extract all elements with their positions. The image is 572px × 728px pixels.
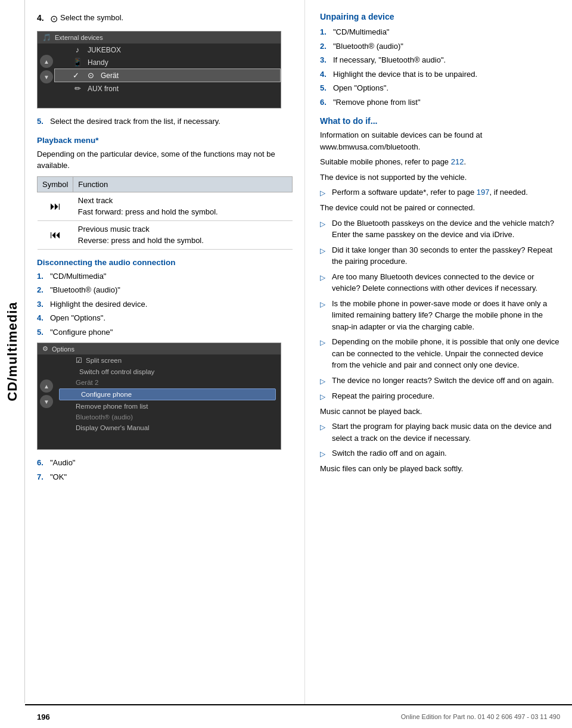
d-step-2-text: "Bluetooth® (audio)"	[50, 284, 120, 296]
bullet-passkeys-text: Do the Bluetooth passkeys on the device …	[332, 217, 560, 241]
step-6-text: "Audio"	[50, 457, 75, 469]
u-step-6-text: "Remove phone from list"	[333, 97, 421, 108]
d-step-5-text: "Configure phone"	[50, 326, 113, 338]
bullet-one-device-text: Depending on the mobile phone, it is pos…	[332, 336, 560, 371]
bullet-switch-radio: ▷ Switch the radio off and on again.	[320, 447, 560, 459]
jukebox-row: ♪ JUKEBOX	[54, 43, 281, 56]
bullet-30-seconds: ▷ Did it take longer than 30 seconds to …	[320, 244, 560, 267]
disconnect-step-5: 5. "Configure phone"	[37, 326, 293, 338]
options-title-icon: ⚙	[42, 345, 48, 353]
unpairing-header: Unpairing a device	[320, 12, 560, 21]
info-para-1: Information on suitable devices can be f…	[320, 129, 560, 153]
playback-menu-header: Playback menu*	[37, 136, 293, 145]
gerat2-row: Gerät 2	[54, 377, 281, 388]
u-step-4-text: Highlight the device that is to be unpai…	[333, 69, 477, 80]
bullet-software-text: Perform a software update*, refer to pag…	[332, 186, 528, 198]
step-5-number: 5.	[37, 116, 50, 127]
bullet-passkeys: ▷ Do the Bluetooth passkeys on the devic…	[320, 217, 560, 241]
step-5-text: Select the desired track from the list, …	[50, 116, 220, 127]
bullet-reacts: ▷ The device no longer reacts? Switch th…	[320, 375, 560, 387]
options-nav-down[interactable]: ▼	[40, 395, 53, 408]
screenshot-title: External devices	[55, 34, 103, 41]
checkmark-icon: ✓	[73, 71, 79, 80]
handy-row: 📱 Handy	[54, 56, 281, 69]
right-column: Unpairing a device 1. "CD/Multimedia" 2.…	[305, 0, 572, 704]
split-check-icon: ☑	[76, 356, 82, 365]
bullet-arrow-icon-2: ▷	[320, 219, 329, 241]
step-4-line: 4. ⊙ Select the symbol.	[37, 12, 293, 26]
step-7-num: 7.	[37, 471, 50, 483]
unpair-step-2: 2. "Bluetooth® (audio)"	[320, 41, 560, 52]
u-step-1-text: "CD/Multimedia"	[333, 26, 389, 38]
symbol-icon: ⊙	[50, 12, 58, 26]
music-files-note: Music files can only be played back soft…	[320, 463, 560, 475]
info-para-2: Suitable mobile phones, refer to page 21…	[320, 156, 560, 168]
disconnect-step-1: 1. "CD/Multimedia"	[37, 270, 293, 282]
step-7: 7. "OK"	[37, 471, 293, 483]
u-step-3-num: 3.	[320, 54, 333, 66]
disconnect-step-2: 2. "Bluetooth® (audio)"	[37, 284, 293, 296]
bullet-arrow-icon-8: ▷	[320, 391, 329, 402]
unpair-step-1: 1. "CD/Multimedia"	[320, 26, 560, 38]
step-5: 5. Select the desired track from the lis…	[37, 116, 293, 127]
screenshot-title-bar: 🎵 External devices	[38, 32, 281, 43]
split-screen-row: ☑ Split screen	[54, 354, 281, 366]
bullet-power-save-text: Is the mobile phone in power-save mode o…	[332, 298, 560, 333]
page-link-212[interactable]: 212	[451, 157, 464, 166]
remove-phone-row: Remove phone from list	[54, 401, 281, 412]
nav-down-btn[interactable]: ▼	[40, 70, 53, 83]
playback-table: Symbol Function ⏭ Next track Fast forwar…	[37, 176, 293, 250]
options-nav-buttons[interactable]: ▲ ▼	[40, 379, 53, 408]
next-track-symbol: ⏭	[38, 192, 73, 220]
disconnect-step-3: 3. Highlight the desired device.	[37, 298, 293, 310]
u-step-4-num: 4.	[320, 69, 333, 80]
title-icon: 🎵	[42, 33, 51, 42]
bullet-reacts-text: The device no longer reacts? Switch the …	[332, 375, 554, 387]
col-function: Function	[73, 176, 293, 192]
options-title: Options	[52, 346, 74, 353]
d-step-4-text: Open "Options".	[50, 312, 105, 324]
nav-buttons[interactable]: ▲ ▼	[40, 55, 53, 83]
bullet-power-save: ▷ Is the mobile phone in power-save mode…	[320, 298, 560, 333]
gerat-icon: ⊙	[85, 71, 96, 80]
bullet-arrow-icon-4: ▷	[320, 272, 329, 294]
unpair-step-4: 4. Highlight the device that is to be un…	[320, 69, 560, 80]
step-6: 6. "Audio"	[37, 457, 293, 469]
bullet-repeat-text: Repeat the pairing procedure.	[332, 390, 434, 402]
handy-icon: 📱	[72, 58, 83, 67]
configure-phone-row: Configure phone	[59, 388, 276, 400]
footer: 196 Online Edition for Part no. 01 40 2 …	[25, 704, 572, 728]
bullet-one-device: ▷ Depending on the mobile phone, it is p…	[320, 336, 560, 371]
aux-row: ✏ AUX front	[54, 82, 281, 95]
bluetooth-audio-row: Bluetooth® (audio)	[54, 412, 281, 422]
page-link-197[interactable]: 197	[477, 188, 490, 197]
sidebar-label: CD/multimedia	[0, 0, 25, 703]
page-number: 196	[37, 713, 50, 721]
left-column: 4. ⊙ Select the symbol. 🎵 External devic…	[25, 0, 305, 704]
prev-track-text: Previous music track Reverse: press and …	[73, 220, 293, 249]
u-step-2-num: 2.	[320, 41, 333, 52]
table-row: ⏭ Next track Fast forward: press and hol…	[38, 192, 293, 220]
device-not-paired: The device could not be paired or connec…	[320, 202, 560, 214]
music-not-play: Music cannot be played back.	[320, 406, 560, 418]
footer-text: Online Edition for Part no. 01 40 2 606 …	[401, 713, 560, 720]
playback-intro: Depending on the particular device, some…	[37, 148, 293, 172]
step-4-number: 4.	[37, 12, 50, 24]
info-para-3: The device is not supported by the vehic…	[320, 172, 560, 183]
bullet-start-program: ▷ Start the program for playing back mus…	[320, 421, 560, 444]
d-step-5-num: 5.	[37, 326, 50, 338]
bullet-too-many-text: Are too many Bluetooth devices connected…	[332, 271, 560, 294]
table-row: ⏮ Previous music track Reverse: press an…	[38, 220, 293, 249]
d-step-3-num: 3.	[37, 298, 50, 310]
u-step-1-num: 1.	[320, 26, 333, 38]
d-step-3-text: Highlight the desired device.	[50, 298, 147, 310]
options-title-bar: ⚙ Options	[38, 343, 281, 354]
external-devices-screenshot: 🎵 External devices ▲ ▼ ♪ JUKEBOX 📱 Handy…	[37, 31, 281, 108]
bullet-arrow-icon-9: ▷	[320, 422, 329, 444]
options-nav-up[interactable]: ▲	[40, 379, 53, 393]
aux-icon: ✏	[72, 84, 83, 93]
nav-up-btn[interactable]: ▲	[40, 55, 53, 68]
d-step-1-text: "CD/Multimedia"	[50, 270, 106, 282]
next-track-text: Next track Fast forward: press and hold …	[73, 192, 293, 220]
jukebox-icon: ♪	[72, 45, 83, 54]
